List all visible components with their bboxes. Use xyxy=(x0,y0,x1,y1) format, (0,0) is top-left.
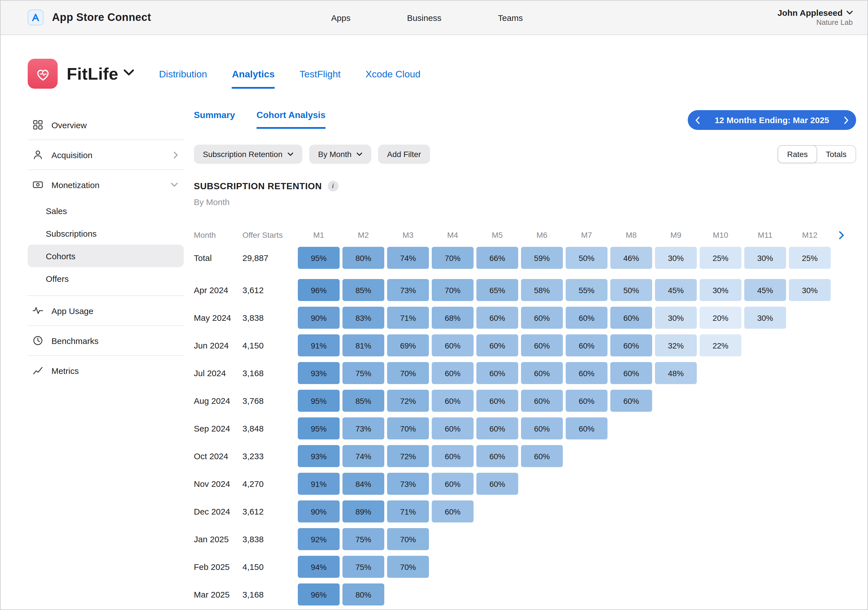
retention-cell: 72% xyxy=(387,445,429,467)
clock-icon xyxy=(32,335,43,346)
sidebar-item-cohorts[interactable]: Cohorts xyxy=(28,245,184,267)
analytics-subtabs: Summary Cohort Analysis 12 Months Ending… xyxy=(194,110,856,130)
col-header-m2: M2 xyxy=(343,231,384,240)
granularity-dropdown[interactable]: By Month xyxy=(309,145,371,164)
sidebar-item-label: Monetization xyxy=(51,180,99,189)
cohort-table: MonthOffer StartsM1M2M3M4M5M6M7M8M9M10M1… xyxy=(194,231,856,605)
retention-cells: 94%75%70% xyxy=(298,556,429,578)
retention-cells: 96%80% xyxy=(298,584,384,605)
col-header-month: Month xyxy=(194,231,242,240)
retention-cell: 70% xyxy=(387,362,429,384)
app-store-connect-window: App Store Connect Apps Business Teams Jo… xyxy=(0,0,868,610)
tab-summary[interactable]: Summary xyxy=(194,110,235,127)
retention-cell: 70% xyxy=(387,528,429,550)
row-label: Jun 2024 xyxy=(194,341,242,350)
person-icon xyxy=(32,149,43,160)
sidebar-group: Metrics xyxy=(28,356,184,385)
chevron-right-icon[interactable] xyxy=(844,116,849,124)
section-subtitle: By Month xyxy=(194,197,856,207)
retention-cell: 66% xyxy=(476,247,518,269)
retention-cell: 85% xyxy=(343,390,384,412)
fitlife-app-icon[interactable] xyxy=(28,59,57,89)
analytics-sidebar: Overview Acquisition xyxy=(28,110,184,610)
app-switcher-chevron-icon[interactable] xyxy=(124,70,134,78)
sidebar-item-metrics[interactable]: Metrics xyxy=(28,356,184,385)
sidebar-item-sales[interactable]: Sales xyxy=(28,200,184,222)
retention-cell: 50% xyxy=(566,247,608,269)
cohort-row: Mar 20253,16896%80% xyxy=(194,584,856,605)
cohort-row: Jan 20253,83892%75%70% xyxy=(194,528,856,550)
retention-cell: 60% xyxy=(521,445,563,467)
retention-cell: 96% xyxy=(298,584,339,605)
sidebar-item-overview[interactable]: Overview xyxy=(28,110,184,139)
col-header-m7: M7 xyxy=(566,231,608,240)
add-filter-button[interactable]: Add Filter xyxy=(378,145,430,164)
sidebar-item-label: Sales xyxy=(46,206,67,215)
col-header-m4: M4 xyxy=(432,231,474,240)
retention-cell: 58% xyxy=(521,279,563,301)
nav-business[interactable]: Business xyxy=(407,13,441,22)
retention-cells: 90%89%71%60% xyxy=(298,500,474,522)
scroll-right-icon[interactable] xyxy=(839,231,844,239)
retention-cell: 90% xyxy=(298,500,339,522)
tab-analytics[interactable]: Analytics xyxy=(232,69,274,89)
sidebar-item-offers[interactable]: Offers xyxy=(28,267,184,290)
offer-starts-value: 3,838 xyxy=(242,313,298,322)
app-tabs: Distribution Analytics TestFlight Xcode … xyxy=(159,69,420,89)
retention-cell: 60% xyxy=(521,334,563,356)
cohort-analysis-panel: Summary Cohort Analysis 12 Months Ending… xyxy=(184,110,868,610)
retention-cell: 93% xyxy=(298,362,339,384)
col-header-m5: M5 xyxy=(476,231,518,240)
add-filter-label: Add Filter xyxy=(387,150,421,159)
chevron-down-icon xyxy=(356,153,362,156)
chevron-left-icon[interactable] xyxy=(695,116,700,124)
user-menu[interactable]: John Appleseed Nature Lab xyxy=(777,7,853,28)
cohort-table-header: MonthOffer StartsM1M2M3M4M5M6M7M8M9M10M1… xyxy=(194,231,856,240)
nav-apps[interactable]: Apps xyxy=(331,13,350,22)
sidebar-item-subscriptions[interactable]: Subscriptions xyxy=(28,222,184,245)
sidebar-item-app-usage[interactable]: App Usage xyxy=(28,296,184,325)
sidebar-group: Monetization Sales Subscriptions Cohorts xyxy=(28,170,184,296)
cohort-row: Total29,88795%80%74%70%66%59%50%46%30%25… xyxy=(194,247,856,269)
offer-starts-value: 4,150 xyxy=(242,341,298,350)
period-selector[interactable]: 12 Months Ending: Mar 2025 xyxy=(688,110,856,130)
retention-cells: 96%85%73%70%65%58%55%50%45%30%45%30% xyxy=(298,279,831,301)
retention-cell: 75% xyxy=(343,528,384,550)
row-label: Oct 2024 xyxy=(194,451,242,461)
retention-cell: 25% xyxy=(700,247,741,269)
granularity-label: By Month xyxy=(318,150,352,159)
retention-cell: 73% xyxy=(387,279,429,301)
retention-cell: 59% xyxy=(521,247,563,269)
retention-cell: 30% xyxy=(655,247,697,269)
tab-cohort-analysis[interactable]: Cohort Analysis xyxy=(257,110,326,129)
offer-starts-value: 3,848 xyxy=(242,424,298,433)
grid-icon xyxy=(32,119,43,130)
info-icon[interactable]: i xyxy=(327,181,338,192)
toggle-rates[interactable]: Rates xyxy=(778,145,817,163)
metric-filter-dropdown[interactable]: Subscription Retention xyxy=(194,145,302,164)
tab-distribution[interactable]: Distribution xyxy=(159,69,207,89)
offer-starts-value: 3,233 xyxy=(242,451,298,461)
retention-cell: 70% xyxy=(432,279,474,301)
retention-cell: 30% xyxy=(744,247,786,269)
tab-testflight[interactable]: TestFlight xyxy=(299,69,341,89)
row-label: Feb 2025 xyxy=(194,562,242,571)
retention-cell: 65% xyxy=(476,279,518,301)
retention-cell: 60% xyxy=(432,473,474,495)
sidebar-item-acquisition[interactable]: Acquisition xyxy=(28,140,184,169)
cohort-row: Jul 20243,16893%75%70%60%60%60%60%60%48% xyxy=(194,362,856,384)
section-header: SUBSCRIPTION RETENTION i xyxy=(194,181,856,192)
retention-cells: 95%73%70%60%60%60%60% xyxy=(298,417,608,440)
retention-cell: 90% xyxy=(298,307,339,329)
cohort-row: Nov 20244,27091%84%73%60%60% xyxy=(194,473,856,495)
toggle-totals[interactable]: Totals xyxy=(817,146,856,163)
metric-filter-label: Subscription Retention xyxy=(203,150,282,159)
tab-xcode-cloud[interactable]: Xcode Cloud xyxy=(366,69,421,89)
sidebar-item-benchmarks[interactable]: Benchmarks xyxy=(28,326,184,355)
retention-cell: 60% xyxy=(476,307,518,329)
nav-teams[interactable]: Teams xyxy=(498,13,523,22)
monetization-children: Sales Subscriptions Cohorts Offers xyxy=(28,200,184,296)
retention-cell: 92% xyxy=(298,528,339,550)
sidebar-item-monetization[interactable]: Monetization xyxy=(28,170,184,200)
row-label: Aug 2024 xyxy=(194,396,242,406)
